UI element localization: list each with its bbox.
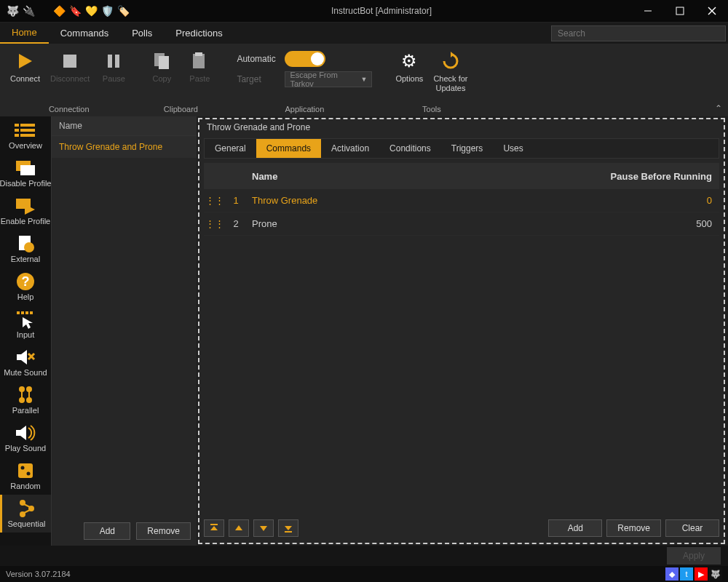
etab-uses[interactable]: Uses — [493, 139, 533, 158]
list-item[interactable]: Throw Grenade and Prone — [52, 136, 197, 158]
check-updates-button[interactable]: Check for Updates — [429, 47, 472, 103]
row-name: Throw Grenade — [246, 195, 603, 206]
move-top-button[interactable] — [204, 519, 224, 537]
svg-marker-31 — [23, 317, 33, 329]
twitter-icon[interactable]: t — [680, 567, 693, 581]
tag-icon: 🔖 — [67, 3, 83, 19]
rail-external[interactable]: External — [0, 230, 51, 268]
drag-handle-icon[interactable]: ⋮⋮ — [204, 218, 226, 229]
editor-clear-button[interactable]: Clear — [665, 519, 719, 537]
apply-button[interactable]: Apply — [667, 547, 721, 565]
window-title: InstructBot [Administrator] — [131, 6, 632, 16]
svg-rect-15 — [15, 129, 19, 132]
heart-icon: 💛 — [83, 3, 99, 19]
etab-commands[interactable]: Commands — [256, 139, 321, 158]
row-index: 1 — [226, 195, 246, 206]
youtube-icon[interactable]: ▶ — [695, 567, 708, 581]
command-table-header: Name Pause Before Running — [204, 163, 719, 189]
list-add-button[interactable]: Add — [84, 522, 130, 540]
version-label: Version 3.07.2184 — [6, 570, 71, 578]
rail-input[interactable]: Input — [0, 306, 51, 343]
svg-point-38 — [26, 397, 32, 403]
tab-predictions[interactable]: Predictions — [164, 23, 234, 44]
wolf-status-icon[interactable]: 🐺 — [709, 567, 722, 581]
svg-rect-7 — [115, 55, 119, 68]
pause-button[interactable]: Pause — [95, 47, 132, 103]
ribbon-collapse-button[interactable]: ⌃ — [715, 103, 722, 113]
titlebar-app-icons: 🐺 🔌 🔶 🔖 💛 🛡️ 🏷️ — [0, 3, 131, 19]
editor-remove-button[interactable]: Remove — [606, 519, 661, 537]
close-button[interactable] — [696, 0, 728, 22]
tab-polls[interactable]: Polls — [120, 23, 164, 44]
disconnect-button[interactable]: Disconnect — [46, 47, 94, 103]
minimize-button[interactable] — [632, 0, 664, 22]
cursor-icon — [13, 308, 38, 330]
ribbon: Connect Disconnect Pause Connection Copy… — [0, 44, 728, 116]
card-dark-icon — [13, 157, 38, 179]
copy-icon — [150, 49, 173, 73]
svg-rect-27 — [17, 311, 20, 314]
svg-marker-4 — [19, 54, 32, 68]
svg-marker-41 — [16, 426, 26, 440]
move-bottom-button[interactable] — [278, 519, 298, 537]
col-pause[interactable]: Pause Before Running — [603, 171, 719, 182]
menu-bar: Home Commands Polls Predictions 🔍 — [0, 22, 728, 44]
tab-home[interactable]: Home — [0, 23, 49, 44]
svg-text:?: ? — [22, 274, 30, 289]
badge-icon: 🏷️ — [115, 3, 131, 19]
move-up-button[interactable] — [229, 519, 249, 537]
move-down-button[interactable] — [253, 519, 274, 537]
etab-general[interactable]: General — [205, 139, 256, 158]
command-row[interactable]: ⋮⋮ 2 Prone 500 — [204, 212, 719, 236]
rail-help[interactable]: ?Help — [0, 268, 51, 306]
etab-triggers[interactable]: Triggers — [441, 139, 494, 158]
group-application: Application — [229, 103, 379, 115]
group-tools: Tools — [391, 103, 472, 115]
dice-icon — [13, 460, 38, 482]
svg-point-36 — [26, 386, 32, 392]
row-pause: 500 — [603, 218, 719, 229]
options-button[interactable]: ⚙ Options — [391, 47, 427, 103]
rail-enable-profile[interactable]: Enable Profile — [0, 192, 51, 230]
copy-button[interactable]: Copy — [143, 47, 180, 103]
maximize-button[interactable] — [664, 0, 696, 22]
paste-button[interactable]: Paste — [181, 47, 218, 103]
svg-rect-1 — [676, 7, 684, 15]
svg-marker-51 — [210, 526, 218, 530]
svg-point-37 — [19, 397, 25, 403]
svg-point-24 — [24, 242, 34, 252]
etab-conditions[interactable]: Conditions — [379, 139, 441, 158]
rail-random[interactable]: Random — [0, 457, 51, 495]
discord-icon[interactable]: ◆ — [665, 567, 678, 581]
stop-icon — [58, 49, 82, 73]
sequential-icon — [15, 498, 39, 519]
rail-overview[interactable]: Overview — [0, 116, 51, 154]
row-index: 2 — [226, 218, 246, 229]
tab-commands[interactable]: Commands — [49, 23, 120, 44]
svg-rect-29 — [25, 311, 28, 314]
rail-disable-profile[interactable]: Disable Profile — [0, 154, 51, 192]
svg-rect-17 — [15, 134, 19, 137]
drag-handle-icon[interactable]: ⋮⋮ — [204, 195, 226, 206]
tool-rail: Overview Disable Profile Enable Profile … — [0, 116, 51, 546]
shield-icon: 🛡️ — [99, 3, 115, 19]
svg-rect-16 — [20, 129, 35, 132]
svg-rect-28 — [21, 311, 24, 314]
rail-play-sound[interactable]: Play Sound — [0, 419, 51, 457]
col-name[interactable]: Name — [246, 171, 603, 182]
search-input[interactable] — [551, 25, 726, 41]
etab-activation[interactable]: Activation — [321, 139, 379, 158]
connect-button[interactable]: Connect — [6, 47, 44, 103]
rail-parallel[interactable]: Parallel — [0, 381, 51, 419]
rail-sequential[interactable]: Sequential — [0, 495, 51, 533]
target-label: Target — [237, 74, 279, 84]
list-remove-button[interactable]: Remove — [136, 522, 191, 540]
rail-mute-sound[interactable]: Mute Sound — [0, 343, 51, 381]
group-clipboard: Clipboard — [143, 103, 218, 115]
command-row[interactable]: ⋮⋮ 1 Throw Grenade 0 — [204, 189, 719, 212]
list-header-name[interactable]: Name — [52, 116, 197, 136]
target-dropdown[interactable]: Escape From Tarkov▼ — [285, 71, 372, 87]
svg-marker-32 — [17, 350, 27, 364]
editor-add-button[interactable]: Add — [548, 519, 602, 537]
automatic-toggle[interactable] — [285, 51, 325, 67]
